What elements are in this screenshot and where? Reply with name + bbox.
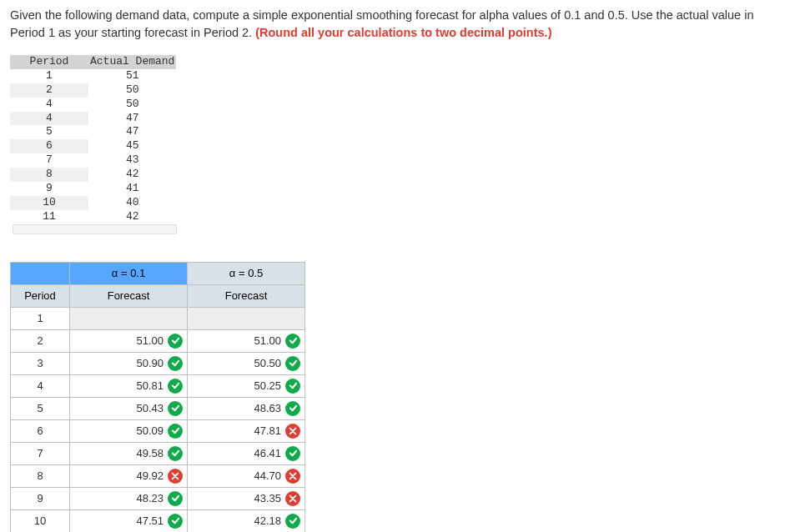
period-cell: 9 xyxy=(10,182,88,196)
forecast-value: 43.35 xyxy=(188,492,281,504)
period-cell: 10 xyxy=(11,509,70,532)
forecast-value: 51.00 xyxy=(70,334,164,347)
cross-icon xyxy=(168,469,183,484)
table-row: 450 xyxy=(10,98,176,112)
col-header-period: Period xyxy=(10,55,88,69)
table-row: 250 xyxy=(10,83,176,98)
table-row: 1040 xyxy=(10,196,176,210)
forecast-alpha2-cell[interactable]: 50.50 xyxy=(188,352,305,374)
table-row: 350.9050.50 xyxy=(11,352,305,374)
table-row: 749.5846.41 xyxy=(11,442,305,464)
forecast-alpha2-cell[interactable]: 48.63 xyxy=(188,397,305,419)
forecast-value: 47.81 xyxy=(188,424,281,437)
check-icon xyxy=(285,446,300,461)
period-cell: 2 xyxy=(10,83,88,98)
period-cell: 4 xyxy=(10,98,88,112)
forecast-alpha2-cell[interactable]: 46.41 xyxy=(188,442,305,464)
demand-cell: 40 xyxy=(88,196,176,210)
demand-cell: 42 xyxy=(88,210,176,224)
period-cell: 9 xyxy=(11,487,70,509)
period-cell: 6 xyxy=(11,419,70,442)
forecast-alpha2-cell[interactable]: 50.25 xyxy=(188,374,305,397)
table-row: 547 xyxy=(10,125,176,139)
table-row: 650.0947.81 xyxy=(11,419,305,442)
check-icon xyxy=(285,334,300,349)
check-icon xyxy=(168,334,183,349)
forecast-alpha1-cell[interactable]: 50.43 xyxy=(70,397,188,419)
forecast-alpha1-cell[interactable]: 50.90 xyxy=(70,352,188,374)
forecast-alpha2-cell[interactable]: 42.18 xyxy=(188,509,305,532)
table-row: 743 xyxy=(10,153,176,168)
forecast-alpha2-cell[interactable]: 43.35 xyxy=(188,487,305,509)
horizontal-scrollbar[interactable] xyxy=(13,224,177,234)
table-row: 941 xyxy=(10,182,176,196)
cross-icon xyxy=(285,424,300,439)
forecast-value: 44.70 xyxy=(188,469,281,482)
demand-cell: 41 xyxy=(88,182,176,196)
demand-cell: 47 xyxy=(88,112,176,126)
demand-data-table: Period Actual Demand 1512504504475476457… xyxy=(10,55,176,224)
forecast-value: 50.09 xyxy=(70,424,164,437)
forecast-value: 50.81 xyxy=(70,379,164,392)
forecast-value: 49.92 xyxy=(70,469,164,482)
demand-cell: 50 xyxy=(88,98,176,112)
hdr-forecast1-label: Forecast xyxy=(70,284,188,307)
forecast-alpha1-cell[interactable]: 50.81 xyxy=(70,374,188,397)
forecast-value: 51.00 xyxy=(188,334,281,347)
table-row: 849.9244.70 xyxy=(11,464,305,487)
period-cell: 6 xyxy=(10,139,88,153)
table-row: 1047.5142.18 xyxy=(11,509,305,532)
forecast-alpha1-cell[interactable]: 48.23 xyxy=(70,487,188,509)
check-icon xyxy=(285,356,300,371)
check-icon xyxy=(168,514,183,529)
forecast-value: 49.58 xyxy=(70,447,164,459)
forecast-value: 42.18 xyxy=(188,514,281,527)
forecast-value: 50.43 xyxy=(70,402,164,414)
hdr-blank-period xyxy=(11,262,70,284)
forecast-alpha1-cell[interactable]: 47.51 xyxy=(70,509,188,532)
table-row: 251.0051.00 xyxy=(11,329,305,352)
period-cell: 1 xyxy=(10,69,88,83)
period-cell: 1 xyxy=(11,307,70,329)
cross-icon xyxy=(285,491,300,506)
table-row: 151 xyxy=(10,69,176,83)
table-row: 550.4348.63 xyxy=(11,397,305,419)
check-icon xyxy=(285,401,300,416)
forecast-alpha1-cell[interactable]: 49.92 xyxy=(70,464,188,487)
forecast-alpha1-cell[interactable]: 51.00 xyxy=(70,329,188,352)
period-cell: 7 xyxy=(11,442,70,464)
table-row: 447 xyxy=(10,112,176,126)
period-cell: 4 xyxy=(10,112,88,126)
forecast-answer-table: α = 0.1 α = 0.5 Period Forecast Forecast… xyxy=(10,262,305,532)
table-row: 1142 xyxy=(10,210,176,224)
table-row: 645 xyxy=(10,139,176,153)
forecast-alpha1-cell[interactable] xyxy=(70,307,188,329)
period-cell: 11 xyxy=(10,210,88,224)
forecast-value: 50.25 xyxy=(188,379,281,392)
forecast-value: 50.50 xyxy=(188,357,281,369)
question-rounding-note: (Round all your calculations to two deci… xyxy=(255,26,551,39)
hdr-alpha2: α = 0.5 xyxy=(188,262,305,284)
period-cell: 10 xyxy=(10,196,88,210)
period-cell: 3 xyxy=(11,352,70,374)
demand-cell: 43 xyxy=(88,153,176,168)
demand-cell: 42 xyxy=(88,168,176,182)
period-cell: 5 xyxy=(10,125,88,139)
forecast-value: 48.63 xyxy=(188,402,281,414)
forecast-alpha2-cell[interactable]: 47.81 xyxy=(188,419,305,442)
forecast-alpha2-cell[interactable] xyxy=(188,307,305,329)
col-header-demand: Actual Demand xyxy=(88,55,176,69)
check-icon xyxy=(168,491,183,506)
period-cell: 8 xyxy=(11,464,70,487)
demand-data-table-wrap: Period Actual Demand 1512504504475476457… xyxy=(10,55,177,234)
check-icon xyxy=(168,379,183,394)
forecast-alpha1-cell[interactable]: 49.58 xyxy=(70,442,188,464)
period-cell: 8 xyxy=(10,168,88,182)
forecast-value: 47.51 xyxy=(70,514,164,527)
forecast-alpha1-cell[interactable]: 50.09 xyxy=(70,419,188,442)
forecast-value: 48.23 xyxy=(70,492,164,504)
forecast-alpha2-cell[interactable]: 44.70 xyxy=(188,464,305,487)
hdr-alpha1: α = 0.1 xyxy=(70,262,188,284)
forecast-alpha2-cell[interactable]: 51.00 xyxy=(188,329,305,352)
table-row: 1 xyxy=(11,307,305,329)
